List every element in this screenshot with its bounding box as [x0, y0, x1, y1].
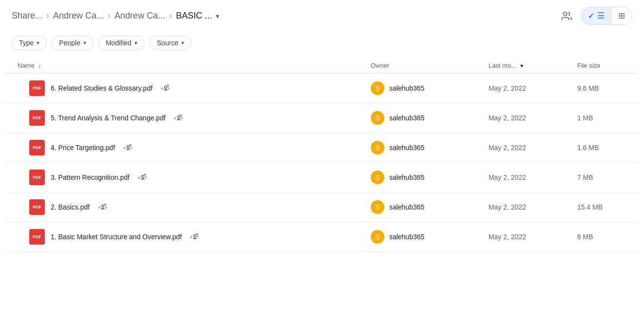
shared-icon [138, 173, 147, 182]
manage-people-button[interactable] [558, 8, 575, 24]
size-cell: 1 MB [571, 103, 638, 133]
owner-avatar: S [371, 230, 384, 244]
file-name-label: 6. Related Studies & Glossary.pdf [51, 84, 152, 92]
col-modified-sort-icon: ▾ [520, 62, 523, 69]
source-filter-label: Source [157, 39, 178, 47]
breadcrumb-current-label: BASIC ... [176, 11, 212, 21]
size-cell: 6 MB [571, 222, 638, 252]
modified-filter-button[interactable]: Modified ▾ [98, 36, 145, 50]
file-name-label: 1. Basic Market Structure and Overview.p… [51, 233, 182, 241]
owner-name-label: salehub365 [389, 144, 424, 152]
owner-name-label: salehub365 [389, 114, 424, 122]
col-owner-label: Owner [371, 62, 389, 69]
people-filter-button[interactable]: People ▾ [52, 36, 94, 50]
file-name-label: 4. Price Targeting.pdf [51, 144, 115, 152]
owner-cell: S salehub365 [371, 171, 477, 184]
shared-icon [174, 114, 183, 122]
people-icon [561, 11, 572, 21]
table-row[interactable]: PDF 1. Basic Market Structure and Overvi… [6, 222, 638, 252]
col-name-header[interactable]: Name ↓ [6, 58, 365, 74]
table-row[interactable]: PDF 6. Related Studies & Glossary.pdf S … [6, 74, 638, 103]
size-cell: 7 MB [571, 163, 638, 192]
size-cell: 15.4 MB [571, 192, 638, 222]
pdf-icon: PDF [29, 140, 45, 155]
svg-point-0 [564, 12, 567, 15]
breadcrumb-sep-2: › [108, 11, 111, 21]
owner-avatar: S [371, 141, 384, 154]
owner-name-label: salehub365 [389, 203, 424, 211]
file-name-label: 2. Basics.pdf [51, 203, 90, 211]
file-name-cell: PDF 5. Trend Analysis & Trend Change.pdf [18, 110, 359, 126]
grid-icon: ⊞ [618, 11, 625, 21]
source-filter-chevron-icon: ▾ [181, 39, 184, 46]
type-filter-button[interactable]: Type ▾ [12, 36, 47, 50]
table-row[interactable]: PDF 2. Basics.pdf S salehub365 May 2, 20… [6, 192, 638, 222]
owner-avatar: S [371, 200, 384, 214]
shared-icon [190, 232, 199, 241]
pdf-icon: PDF [29, 199, 45, 215]
col-owner-header: Owner [365, 58, 483, 74]
file-name-label: 3. Pattern Recognition.pdf [51, 173, 130, 181]
owner-cell: S salehub365 [371, 141, 477, 154]
col-name-label: Name [18, 62, 35, 69]
table-row[interactable]: PDF 5. Trend Analysis & Trend Change.pdf… [6, 103, 638, 133]
col-size-header: File size [571, 58, 638, 74]
col-modified-label: Last mo... [489, 62, 516, 69]
modified-cell: May 2, 2022 [483, 74, 571, 103]
file-table-wrapper: Name ↓ Owner Last mo... ▾ File size PDF … [0, 58, 644, 252]
breadcrumb-dropdown-button[interactable]: ▾ [215, 11, 220, 21]
breadcrumb-item-1[interactable]: Share... [12, 11, 42, 21]
shared-icon [124, 143, 133, 152]
type-filter-label: Type [19, 39, 34, 47]
check-icon: ✓ [588, 12, 594, 20]
modified-cell: May 2, 2022 [483, 192, 571, 222]
modified-filter-chevron-icon: ▾ [134, 39, 137, 46]
file-table: Name ↓ Owner Last mo... ▾ File size PDF … [6, 58, 638, 252]
shared-icon [161, 84, 170, 93]
owner-name-label: salehub365 [389, 233, 424, 241]
owner-cell: S salehub365 [371, 81, 477, 95]
grid-view-button[interactable]: ⊞ [611, 7, 632, 24]
file-name-label: 5. Trend Analysis & Trend Change.pdf [51, 114, 166, 122]
breadcrumb-sep-3: › [169, 11, 172, 21]
pdf-icon: PDF [29, 170, 45, 185]
table-row[interactable]: PDF 3. Pattern Recognition.pdf S salehub… [6, 163, 638, 192]
list-view-button[interactable]: ✓ ☰ [581, 7, 611, 24]
pdf-icon: PDF [29, 80, 45, 96]
owner-avatar: S [371, 81, 384, 95]
owner-avatar: S [371, 171, 384, 184]
view-toggle: ✓ ☰ ⊞ [581, 7, 632, 25]
filter-bar: Type ▾ People ▾ Modified ▾ Source ▾ [0, 32, 644, 58]
owner-avatar: S [371, 111, 384, 125]
col-name-sort-icon: ↓ [38, 62, 41, 69]
file-name-cell: PDF 2. Basics.pdf [18, 199, 359, 215]
modified-cell: May 2, 2022 [483, 163, 571, 192]
file-name-cell: PDF 3. Pattern Recognition.pdf [18, 170, 359, 185]
owner-cell: S salehub365 [371, 230, 477, 244]
shared-icon [98, 203, 107, 211]
people-filter-chevron-icon: ▾ [83, 39, 86, 46]
modified-cell: May 2, 2022 [483, 222, 571, 252]
owner-name-label: salehub365 [389, 173, 424, 181]
file-name-cell: PDF 6. Related Studies & Glossary.pdf [18, 80, 359, 96]
pdf-icon: PDF [29, 110, 45, 126]
list-lines-icon: ☰ [597, 11, 604, 21]
modified-filter-label: Modified [106, 39, 132, 47]
col-size-label: File size [577, 62, 601, 69]
source-filter-button[interactable]: Source ▾ [150, 36, 191, 50]
modified-cell: May 2, 2022 [483, 133, 571, 163]
header: Share... › Andrew Ca... › Andrew Ca... ›… [0, 0, 644, 32]
breadcrumb-sep-1: › [46, 11, 49, 21]
header-actions: ✓ ☰ ⊞ [558, 7, 632, 25]
size-cell: 1.6 MB [571, 133, 638, 163]
owner-cell: S salehub365 [371, 200, 477, 214]
owner-name-label: salehub365 [389, 84, 424, 92]
table-row[interactable]: PDF 4. Price Targeting.pdf S salehub365 … [6, 133, 638, 163]
people-filter-label: People [59, 39, 80, 47]
breadcrumb-item-2[interactable]: Andrew Ca... [53, 11, 104, 21]
type-filter-chevron-icon: ▾ [37, 39, 39, 46]
pdf-icon: PDF [29, 229, 45, 245]
table-header-row: Name ↓ Owner Last mo... ▾ File size [6, 58, 638, 74]
breadcrumb-item-3[interactable]: Andrew Ca... [114, 11, 165, 21]
col-modified-header[interactable]: Last mo... ▾ [483, 58, 571, 74]
